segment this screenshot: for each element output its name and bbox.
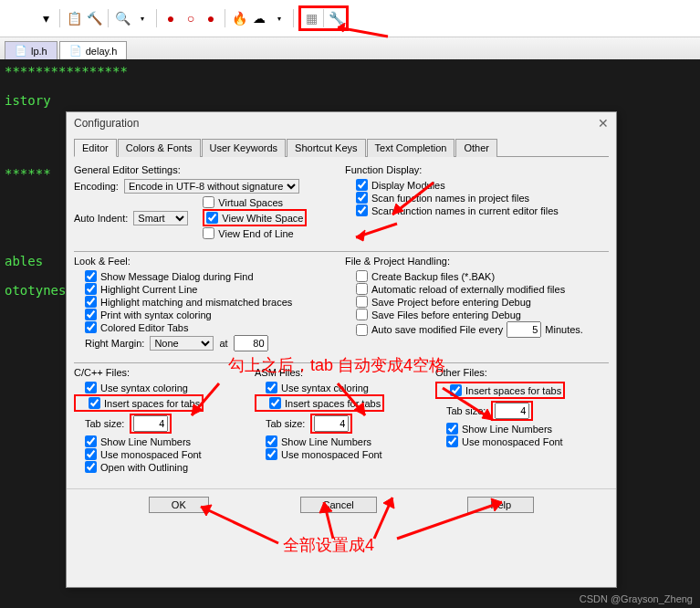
c-syntax-checkbox[interactable] bbox=[85, 382, 97, 393]
other-files-title: Other Files: bbox=[435, 367, 609, 378]
red-dot-icon[interactable]: ● bbox=[162, 9, 180, 27]
tab-other[interactable]: Other bbox=[455, 139, 497, 157]
view-eol-checkbox[interactable] bbox=[203, 227, 214, 239]
arrow-annotation bbox=[310, 493, 356, 543]
print-syntax-checkbox[interactable] bbox=[85, 309, 97, 320]
arrow-annotation bbox=[329, 379, 374, 425]
auto-save-checkbox[interactable] bbox=[356, 324, 368, 336]
right-margin-select[interactable]: None bbox=[150, 336, 214, 351]
c-spaces-tabs-checkbox[interactable] bbox=[89, 397, 100, 409]
highlight-line-checkbox[interactable] bbox=[85, 283, 97, 295]
grid-icon[interactable]: ▦ bbox=[302, 9, 320, 27]
c-mono-font-checkbox[interactable] bbox=[85, 448, 97, 460]
annotation-text: 勾上之后，tab 自动变成4空格 bbox=[228, 354, 445, 376]
other-mono-font-checkbox[interactable] bbox=[446, 435, 458, 447]
margin-at-input[interactable] bbox=[234, 335, 268, 351]
scan-project-checkbox[interactable] bbox=[356, 192, 368, 204]
c-tab-size-input[interactable] bbox=[133, 415, 168, 432]
look-feel-title: Look & Feel: bbox=[74, 256, 338, 267]
tab-user-keywords[interactable]: User Keywords bbox=[202, 139, 287, 157]
auto-indent-select[interactable]: Smart bbox=[133, 211, 188, 225]
arrow-annotation bbox=[183, 379, 228, 425]
tab-colors-fonts[interactable]: Colors & Fonts bbox=[118, 139, 201, 157]
watermark: CSDN @Grayson_Zheng bbox=[580, 593, 693, 604]
save-proj-checkbox[interactable] bbox=[356, 296, 368, 308]
dropdown-icon[interactable]: ▾ bbox=[133, 9, 151, 27]
close-icon[interactable]: ✕ bbox=[598, 116, 609, 131]
arrow-annotation bbox=[192, 498, 283, 548]
c-line-numbers-checkbox[interactable] bbox=[85, 435, 97, 447]
file-tab-lp[interactable]: 📄 lp.h bbox=[5, 41, 57, 59]
dialog-title: Configuration bbox=[74, 117, 139, 130]
auto-save-minutes-input[interactable] bbox=[507, 321, 541, 338]
file-tab-delay[interactable]: 📄 delay.h bbox=[59, 41, 128, 59]
arrow-annotation bbox=[383, 178, 438, 224]
colored-tabs-checkbox[interactable] bbox=[85, 321, 97, 333]
save-files-checkbox[interactable] bbox=[356, 309, 368, 320]
tab-shortcut-keys[interactable]: Shortcut Keys bbox=[287, 139, 365, 157]
dropdown-icon[interactable]: ▾ bbox=[37, 9, 55, 27]
zoom-icon[interactable]: 🔍 bbox=[113, 9, 131, 27]
general-settings-title: General Editor Settings: bbox=[74, 164, 338, 175]
auto-reload-checkbox[interactable] bbox=[356, 283, 368, 295]
arrow-annotation bbox=[347, 219, 402, 246]
show-msg-checkbox[interactable] bbox=[85, 270, 97, 282]
arrow-annotation bbox=[438, 383, 502, 429]
asm-line-numbers-checkbox[interactable] bbox=[266, 435, 277, 447]
encoding-select[interactable]: Encode in UTF-8 without signature bbox=[124, 179, 299, 194]
flame-icon[interactable]: 🔥 bbox=[230, 9, 248, 27]
c-outlining-checkbox[interactable] bbox=[85, 461, 97, 473]
function-display-title: Function Display: bbox=[345, 164, 609, 175]
scan-current-checkbox[interactable] bbox=[356, 204, 368, 216]
circle-icon[interactable]: ○ bbox=[182, 9, 200, 27]
virtual-spaces-checkbox[interactable] bbox=[203, 196, 214, 208]
tab-editor[interactable]: Editor bbox=[74, 139, 117, 157]
file-handling-title: File & Project Handling: bbox=[345, 256, 609, 267]
display-modules-checkbox[interactable] bbox=[356, 179, 368, 191]
c-files-title: C/C++ Files: bbox=[74, 367, 247, 378]
asm-spaces-tabs-checkbox[interactable] bbox=[269, 397, 281, 409]
create-bak-checkbox[interactable] bbox=[356, 270, 368, 282]
cloud-icon[interactable]: ☁ bbox=[250, 9, 268, 27]
dropdown-icon[interactable]: ▾ bbox=[270, 9, 288, 27]
asm-mono-font-checkbox[interactable] bbox=[266, 448, 277, 460]
view-white-space-checkbox[interactable] bbox=[206, 212, 218, 224]
tool-icon[interactable]: 🔨 bbox=[85, 9, 103, 27]
red-dot-icon[interactable]: ● bbox=[202, 9, 220, 27]
doc-icon[interactable]: 📋 bbox=[65, 9, 83, 27]
asm-syntax-checkbox[interactable] bbox=[266, 382, 277, 393]
tab-text-completion[interactable]: Text Completion bbox=[367, 139, 455, 157]
highlight-braces-checkbox[interactable] bbox=[85, 296, 97, 308]
dialog-tabs: Editor Colors & Fonts User Keywords Shor… bbox=[74, 138, 609, 157]
arrow-annotation bbox=[329, 23, 392, 50]
arrow-annotation bbox=[392, 493, 511, 543]
